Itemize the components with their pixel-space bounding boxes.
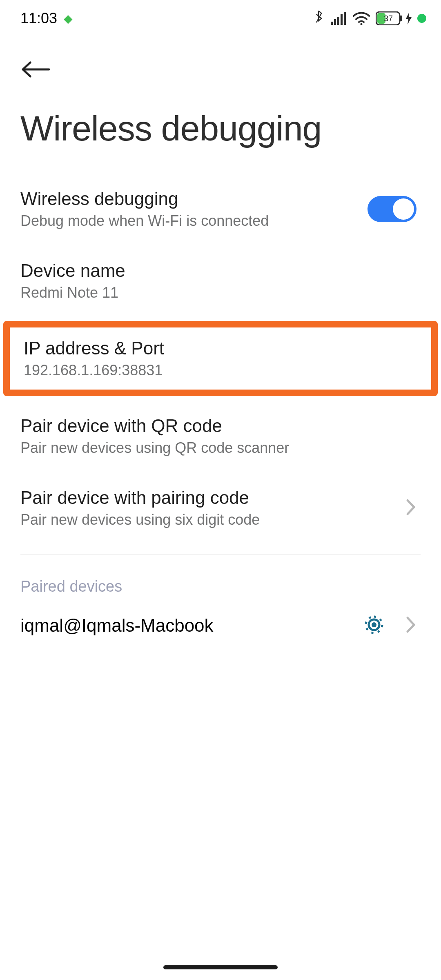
charging-icon [405,12,412,24]
row-value: 192.168.1.169:38831 [24,362,164,379]
chevron-right-icon [406,499,416,517]
row-subtitle: Pair new devices using six digit code [20,511,260,528]
paired-devices-label: Paired devices [0,566,441,607]
pair-code-row[interactable]: Pair device with pairing code Pair new d… [0,472,441,544]
page-title: Wireless debugging [0,86,441,173]
device-name-row[interactable]: Device name Redmi Note 11 [0,245,441,317]
paired-device-name: iqmal@Iqmals-Macbook [20,615,214,636]
paired-device-row[interactable]: iqmal@Iqmals-Macbook [0,607,441,644]
back-button[interactable] [20,57,53,82]
bluetooth-icon [313,11,325,26]
arrow-left-icon [20,61,50,78]
row-subtitle: Pair new devices using QR code scanner [20,439,289,457]
row-value: Redmi Note 11 [20,284,125,301]
wireless-debugging-toggle-row[interactable]: Wireless debugging Debug mode when Wi-Fi… [0,173,441,245]
svg-point-5 [361,23,363,25]
svg-rect-1 [334,19,336,25]
chevron-right-icon [406,616,416,635]
wifi-icon [353,12,370,25]
home-indicator[interactable] [163,965,278,969]
row-title: Pair device with pairing code [20,488,260,508]
pair-qr-row[interactable]: Pair device with QR code Pair new device… [0,400,441,472]
ip-port-row[interactable]: IP address & Port 192.168.1.169:38831 [10,327,431,390]
ip-port-highlight: IP address & Port 192.168.1.169:38831 [3,321,438,396]
status-bar-right: 37 [313,11,426,26]
battery-indicator: 37 [376,11,426,25]
row-title: Pair device with QR code [20,416,289,436]
row-title: Wireless debugging [20,189,269,209]
status-time: 11:03 [20,10,57,27]
gear-icon[interactable] [364,615,384,636]
svg-rect-3 [341,14,343,25]
row-title: Device name [20,261,125,281]
svg-rect-7 [400,16,402,21]
row-subtitle: Debug mode when Wi-Fi is connected [20,212,269,229]
svg-point-10 [372,622,376,627]
status-activity-icon: ◆ [64,12,73,25]
svg-rect-0 [331,22,333,25]
svg-rect-4 [344,12,346,25]
svg-rect-2 [337,17,339,25]
wireless-debugging-toggle[interactable] [368,196,416,222]
signal-icon [331,12,347,25]
section-divider [20,555,421,555]
status-bar-left: 11:03 ◆ [20,10,73,27]
status-bar: 11:03 ◆ [0,0,441,37]
privacy-indicator-icon [417,14,426,23]
row-title: IP address & Port [24,338,164,359]
svg-text:37: 37 [384,14,393,23]
